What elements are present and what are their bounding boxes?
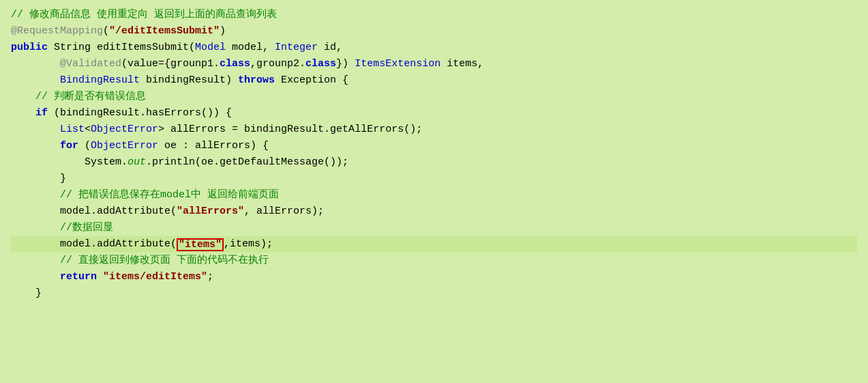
comment-1: // 修改商品信息 使用重定向 返回到上面的商品查询列表	[11, 7, 277, 23]
code-line-13: model.addAttribute("allErrors", allError…	[11, 203, 857, 220]
string-allerrors: "allErrors"	[177, 203, 244, 220]
comment-4: //数据回显	[60, 220, 113, 236]
annotation-value: (	[103, 23, 109, 40]
class-bindingresult: BindingResult	[60, 72, 140, 89]
code-line-9: for (ObjectError oe : allErrors) {	[11, 138, 857, 154]
keyword-throws: throws	[238, 72, 275, 89]
class-list: List	[60, 122, 85, 138]
keyword-return: return	[60, 269, 97, 285]
paren-close-2: )	[220, 23, 226, 40]
code-line-5: BindingResult bindingResult) throws Exce…	[11, 72, 857, 89]
annotation-request-mapping: @RequestMapping	[11, 23, 103, 40]
keyword-class-1: class	[220, 56, 250, 72]
code-line-3: public String editItemsSubmit(Model mode…	[11, 40, 857, 56]
string-items-boxed: "items"	[177, 238, 224, 251]
code-line-18: }	[11, 285, 857, 302]
class-itemsext: ItemsExtension	[355, 56, 440, 72]
comment-3: // 把错误信息保存在model中 返回给前端页面	[60, 187, 279, 203]
code-line-16: // 直接返回到修改页面 下面的代码不在执行	[11, 253, 857, 269]
code-line-17: return "items/editItems";	[11, 269, 857, 285]
code-line-7: if (bindingResult.hasErrors()) {	[11, 105, 857, 122]
keyword-class-2: class	[305, 56, 336, 72]
code-line-8: List<ObjectError> allErrors = bindingRes…	[11, 122, 857, 138]
italic-out: out	[128, 154, 146, 171]
keyword-if: if	[35, 105, 48, 122]
class-objecterror-2: ObjectError	[91, 138, 158, 154]
class-integer: Integer	[275, 40, 318, 56]
comment-5: // 直接返回到修改页面 下面的代码不在执行	[60, 253, 269, 269]
code-line-15: model.addAttribute("items",items); 和jsp页…	[11, 236, 857, 253]
code-line-14: //数据回显	[11, 220, 857, 236]
keyword-for: for	[60, 138, 78, 154]
class-model: Model	[195, 40, 226, 56]
code-line-12: // 把错误信息保存在model中 返回给前端页面	[11, 187, 857, 203]
annotation-validated: @Validated	[60, 56, 121, 72]
class-objecterror: ObjectError	[91, 122, 158, 138]
code-line-10: System.out.println(oe.getDefaultMessage(…	[11, 154, 857, 171]
code-line-11: }	[11, 171, 857, 187]
comment-2: // 判断是否有错误信息	[35, 89, 146, 105]
string-edititemssubmit: "/editItemsSubmit"	[109, 23, 220, 40]
code-line-4: @Validated(value={grounp1.class,grounp2.…	[11, 56, 857, 72]
code-container: // 修改商品信息 使用重定向 返回到上面的商品查询列表 @RequestMap…	[0, 0, 868, 383]
code-line-6: // 判断是否有错误信息	[11, 89, 857, 105]
string-return-path: "items/editItems"	[103, 269, 207, 285]
keyword-public: public	[11, 40, 48, 56]
code-line-1: // 修改商品信息 使用重定向 返回到上面的商品查询列表	[11, 7, 857, 23]
code-line-2: @RequestMapping("/editItemsSubmit")	[11, 23, 857, 40]
